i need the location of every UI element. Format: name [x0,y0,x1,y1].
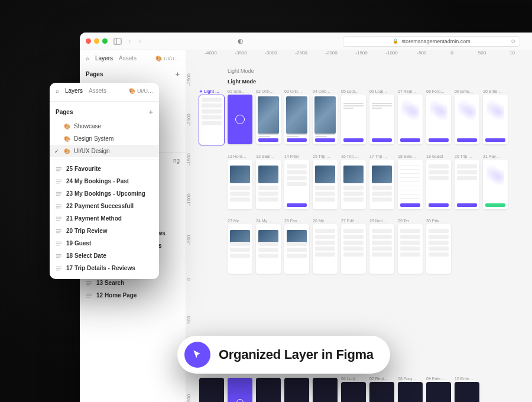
frame-name: 28 Noti… [369,219,394,223]
artboard-frame[interactable]: 10 Ente… [455,377,479,402]
frame-icon [56,240,62,247]
layer-row[interactable]: 12 Home Page [80,289,186,302]
artboard-frame[interactable]: 17 Trip … [369,154,394,209]
artboard-frame[interactable]: 03 Onb… [284,89,309,145]
frame-name: 02 Onb… [256,89,281,93]
svg-rect-22 [86,297,90,297]
artboard-frame[interactable]: 24 My … [256,219,281,274]
ruler-tick: -3500 [226,50,256,60]
project-dropdown[interactable]: 🎨 UI/U… [155,56,180,61]
artboard-frame[interactable]: 29 Ter… [398,219,423,274]
svg-rect-38 [56,229,61,230]
sidebar-toggle-icon[interactable] [113,37,122,46]
artboard-frame[interactable]: 02 Onb… [256,89,281,145]
layer-label: 19 Guest [66,240,91,247]
nav-back-icon[interactable]: ‹ [128,38,132,44]
frame-name: 08 Forg… [426,89,451,93]
url-bar[interactable]: 🔒 storemanagementadmin.com ⟳ [343,36,520,47]
layers-list-front: 25 Favourite24 My Bookings - Past23 My B… [50,163,159,274]
page-item[interactable]: 🎨Design System [50,132,159,145]
frame-icon [56,166,62,172]
layer-label: 21 Payment Method [66,215,122,222]
page-item[interactable]: ✓🎨UI/UX Design [50,145,159,157]
tab-assets[interactable]: Assets [119,55,137,61]
artboard-frame[interactable]: 01 Spla… [228,89,252,145]
artboard-frame[interactable]: 13 Sear… [256,154,281,209]
page-emoji: 🎨 [64,124,70,129]
badge-text: Organized Layer in Figma [219,347,374,362]
layer-row[interactable]: 24 My Bookings - Past [50,175,159,187]
artboard-frame[interactable] [256,377,281,402]
artboard-frame[interactable]: 25 Fav… [284,219,309,274]
nav-fwd-icon[interactable]: › [138,38,142,44]
add-page-icon[interactable]: + [175,70,180,79]
svg-rect-17 [86,281,92,282]
artboard-frame[interactable]: ✦ Light … [199,89,224,145]
layer-row[interactable]: 20 Trip Review [50,225,159,237]
search-icon[interactable]: ⌕ [56,87,59,94]
layer-label: 17 Trip Details - Reviews [66,265,135,271]
svg-rect-45 [56,256,61,257]
frame-name: 03 Onb… [284,89,309,93]
project-dropdown[interactable]: 🎨 UI/U… [129,88,153,94]
artboard-frame[interactable]: 10 Ente… [483,89,508,145]
artboard-frame[interactable]: 27 Edit … [341,219,366,274]
search-icon[interactable]: ⌕ [86,55,89,61]
pages-list: 🎨Showcase🎨Design System✓🎨UI/UX Design [50,120,159,157]
artboard-frame[interactable]: 23 My … [228,219,252,274]
tab-layers[interactable]: Layers [95,55,113,61]
artboard-frame[interactable]: 08 Forg… [398,377,423,402]
artboard-frame[interactable]: 26 My … [313,219,338,274]
artboard-frame[interactable]: 19 Guest [426,154,451,209]
artboard-frame[interactable]: 06 Logi… [341,377,366,402]
layer-row[interactable]: 25 Favourite [50,163,159,175]
privacy-shield-icon[interactable]: ◐ [238,37,244,45]
svg-rect-24 [56,169,61,170]
zoom-dot[interactable] [102,38,108,44]
frame-name: 09 Ente… [455,89,479,93]
artboard-frame[interactable]: 20 Trip … [455,154,479,209]
artboard-frame[interactable]: 05 Logi… [341,89,366,145]
page-label: Design System [74,135,113,142]
artboard-frame[interactable]: 16 Trip … [341,154,366,209]
artboard-frame[interactable]: 15 Trip … [313,154,338,209]
close-dot[interactable] [86,38,91,44]
artboard-row-dark: 06 Logi…07 Regi…08 Forg…09 Ente…10 Ente… [199,377,479,402]
minimize-dot[interactable] [94,38,99,44]
artboard-frame[interactable] [228,377,252,402]
frame-name: 07 Regi… [398,89,423,93]
layer-row[interactable]: 22 Payment Successfull [50,200,159,212]
artboard-frame[interactable]: 09 Ente… [455,89,479,145]
artboard-frame[interactable]: 07 Regi… [369,377,394,402]
frame-name: 01 Spla… [228,89,252,93]
artboard-frame[interactable]: 04 Onb… [313,89,338,145]
artboard-frame[interactable] [199,377,224,402]
page-item[interactable]: 🎨Showcase [50,120,159,132]
pages-label: Pages [56,109,73,115]
layer-row[interactable]: 17 Trip Details - Reviews [50,262,159,274]
artboard-frame[interactable]: 09 Ente… [426,377,451,402]
svg-rect-23 [56,167,61,168]
artboard-frame[interactable]: 30 Priv… [426,219,451,274]
layer-row[interactable]: 21 Payment Method [50,212,159,225]
artboard-frame[interactable] [284,377,309,402]
layer-row[interactable]: 19 Guest [50,237,159,249]
artboard-frame[interactable]: 06 Logi… [369,89,394,145]
artboard-frame[interactable] [313,377,338,402]
artboard-frame[interactable]: 08 Forg… [426,89,451,145]
artboard-frame[interactable]: 21 Pay… [483,154,508,209]
artboard-frame[interactable]: 18 Sele… [398,154,423,209]
artboard-frame[interactable]: 07 Regi… [398,89,423,145]
tab-layers[interactable]: Layers [65,87,83,94]
artboard-frame[interactable]: 14 Filter [284,154,309,209]
frame-name: 07 Regi… [369,377,394,381]
add-page-icon[interactable]: + [148,108,153,116]
ruler-tick: -1000 [186,180,196,220]
layer-row[interactable]: 23 My Bookings - Upcoming [50,187,159,200]
frame-name: 10 Ente… [483,89,508,93]
artboard-frame[interactable]: 28 Noti… [369,219,394,274]
refresh-icon[interactable]: ⟳ [511,38,516,44]
artboard-frame[interactable]: 12 Hom… [228,154,252,209]
layer-row[interactable]: 18 Select Date [50,249,159,262]
tab-assets[interactable]: Assets [89,87,106,94]
